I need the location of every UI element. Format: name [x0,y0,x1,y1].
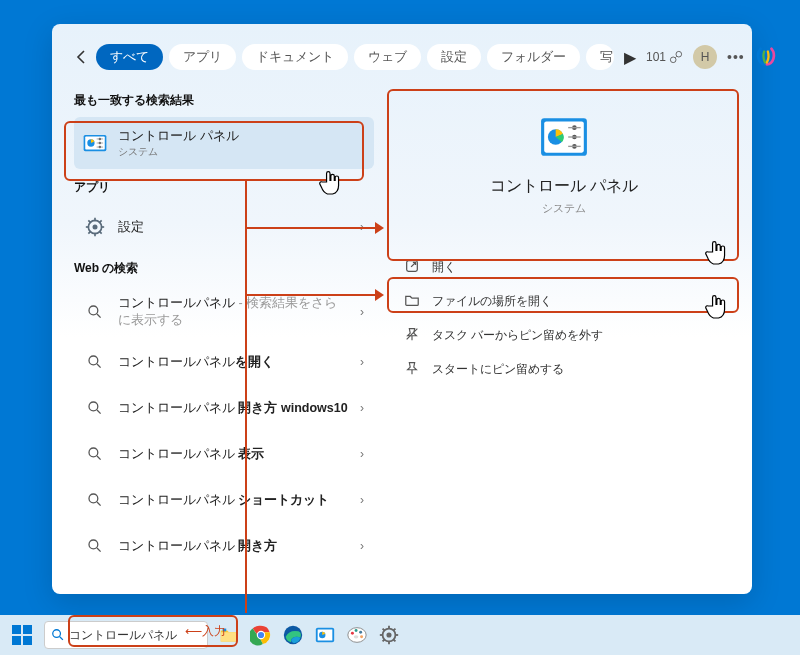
taskbar-chrome-icon[interactable] [250,624,272,646]
svg-point-63 [359,631,362,634]
search-panel: すべて アプリ ドキュメント ウェブ 設定 フォルダー 写 ▶ 101 H ••… [52,24,752,594]
svg-point-32 [89,540,98,549]
web-item-bold: 開き方 [238,539,277,553]
svg-rect-45 [12,625,21,634]
svg-point-28 [89,448,98,457]
back-button[interactable] [74,47,90,67]
svg-line-27 [97,410,101,414]
svg-point-0 [670,57,676,63]
tab-folders[interactable]: フォルダー [487,44,580,70]
web-result-1[interactable]: コントロールパネル - 検索結果をさらに表示する › [74,285,374,339]
svg-point-1 [676,51,682,57]
svg-point-67 [386,632,391,637]
tab-web[interactable]: ウェブ [354,44,421,70]
svg-point-49 [53,630,61,638]
taskbar-search-box[interactable]: コントロールパネル [44,621,208,649]
taskbar-paint-icon[interactable] [346,624,368,646]
unpin-icon [404,326,422,344]
more-button[interactable]: ••• [727,49,745,65]
web-result-2[interactable]: コントロールパネルを開く › [74,339,374,385]
preview-card[interactable]: コントロール パネル システム [398,112,730,230]
action-label: 開く [432,259,456,276]
svg-rect-46 [23,625,32,634]
taskbar-edge-icon[interactable] [282,624,304,646]
copilot-icon[interactable] [755,46,777,68]
search-icon [82,395,108,421]
user-avatar[interactable]: H [693,45,717,69]
chevron-right-icon: › [360,493,364,507]
svg-line-25 [97,364,101,368]
svg-point-26 [89,402,98,411]
pin-icon [404,360,422,378]
open-external-icon [404,258,422,276]
taskbar-settings-icon[interactable] [378,624,400,646]
tab-apps[interactable]: アプリ [169,44,236,70]
result-settings-app[interactable]: 設定 › [74,204,374,250]
search-icon [82,349,108,375]
chevron-right-icon: › [360,401,364,415]
search-icon [82,441,108,467]
action-label: タスク バーからピン留めを外す [432,327,603,344]
search-icon [82,299,108,325]
section-bestmatch: 最も一致する検索結果 [74,92,374,109]
preview-subtitle: システム [398,201,730,216]
svg-rect-48 [23,636,32,645]
web-item-text: コントロールパネル [118,447,238,461]
result-control-panel[interactable]: コントロール パネル システム [74,117,374,169]
svg-line-75 [394,629,396,631]
svg-point-30 [89,494,98,503]
annotation-input-label: ⟵入力 [185,623,226,640]
svg-line-50 [60,637,63,640]
tab-photos[interactable]: 写 [586,44,614,70]
action-unpin-taskbar[interactable]: タスク バーからピン留めを外す [398,318,730,352]
web-result-5[interactable]: コントロールパネル ショートカット › [74,477,374,523]
results-column: 最も一致する検索結果 コントロール パネル システム アプリ 設定 › Web … [74,82,384,569]
web-result-4[interactable]: コントロールパネル 表示 › [74,431,374,477]
action-open[interactable]: 開く [398,250,730,284]
taskbar-controlpanel-icon[interactable] [314,624,336,646]
start-button[interactable] [10,623,34,647]
tab-settings[interactable]: 設定 [427,44,481,70]
svg-line-73 [394,640,396,642]
chevron-right-icon: › [360,220,364,234]
web-item-text: コントロールパネル [118,539,238,553]
section-apps: アプリ [74,179,374,196]
svg-line-33 [97,548,101,552]
svg-line-20 [88,231,91,234]
svg-line-2 [675,56,676,57]
search-input-value: コントロールパネル [69,627,177,644]
tabs-row: すべて アプリ ドキュメント ウェブ 設定 フォルダー 写 ▶ 101 H ••… [52,24,752,82]
action-pin-start[interactable]: スタートにピン留めする [398,352,730,386]
web-item-text: コントロールパネル [118,355,235,369]
svg-point-24 [89,356,98,365]
app-item-label: 設定 [118,219,144,236]
taskbar: コントロールパネル [0,615,800,655]
action-open-location[interactable]: ファイルの場所を開く [398,284,730,318]
svg-rect-47 [12,636,21,645]
svg-point-61 [351,632,354,635]
rewards-points[interactable]: 101 [646,50,683,64]
svg-line-19 [99,231,102,234]
tab-all[interactable]: すべて [96,44,163,70]
chevron-right-icon: › [360,447,364,461]
folder-icon [404,292,422,310]
svg-line-31 [97,502,101,506]
web-item-bold: を開く [235,355,274,369]
web-result-3[interactable]: コントロールパネル 開き方 windows10 › [74,385,374,431]
svg-point-22 [89,306,98,315]
web-item-text: コントロールパネル [118,296,235,310]
web-item-bold: 表示 [238,447,264,461]
tab-overflow[interactable]: ▶ [620,48,640,67]
tab-docs[interactable]: ドキュメント [242,44,348,70]
chevron-right-icon: › [360,355,364,369]
control-panel-icon-large [539,112,589,162]
chevron-right-icon: › [360,539,364,553]
svg-line-29 [97,456,101,460]
gear-icon [82,214,108,240]
svg-point-13 [93,225,98,230]
search-icon [82,487,108,513]
points-value: 101 [646,50,666,64]
web-item-text: コントロールパネル [118,401,238,415]
action-label: ファイルの場所を開く [432,293,552,310]
web-result-6[interactable]: コントロールパネル 開き方 › [74,523,374,569]
